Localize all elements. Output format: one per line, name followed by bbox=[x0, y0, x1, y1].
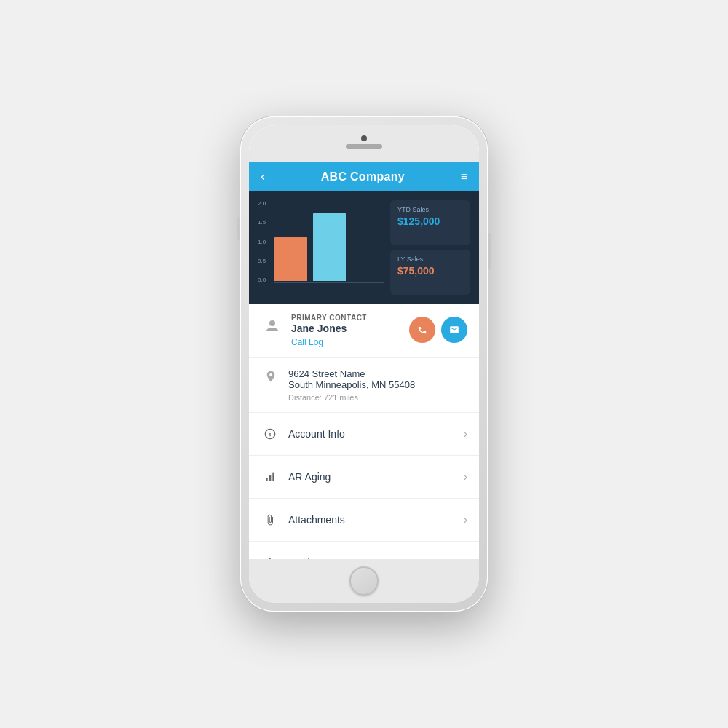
camera bbox=[361, 135, 367, 141]
attachments-label: Attachments bbox=[288, 514, 464, 526]
stats-panel: YTD Sales $125,000 LY Sales $75,000 bbox=[390, 200, 470, 295]
invoices-icon bbox=[261, 553, 280, 559]
chart-area: 2.0 1.5 1.0 0.5 0.0 bbox=[258, 200, 384, 295]
ar-aging-label: AR Aging bbox=[288, 471, 464, 483]
app-header: ‹ ABC Company ≡ bbox=[249, 162, 479, 191]
ytd-label: YTD Sales bbox=[397, 206, 463, 213]
account-info-chevron: › bbox=[464, 427, 467, 440]
page-title: ABC Company bbox=[321, 170, 405, 183]
svg-rect-5 bbox=[269, 475, 272, 481]
menu-item-ar-aging[interactable]: AR Aging › bbox=[249, 456, 479, 499]
phone-bottom-bar bbox=[249, 559, 479, 603]
home-button[interactable] bbox=[349, 566, 379, 596]
svg-rect-4 bbox=[266, 478, 268, 481]
svg-rect-6 bbox=[272, 473, 274, 481]
back-button[interactable]: ‹ bbox=[261, 169, 265, 184]
address-city: South Minneapolis, MN 55408 bbox=[288, 379, 415, 390]
ly-value: $75,000 bbox=[397, 265, 463, 277]
bar-blue bbox=[313, 213, 346, 281]
content-area: PRIMARY CONTACT Jane Jones Call Log bbox=[249, 304, 479, 559]
y-label-05: 0.5 bbox=[258, 258, 266, 264]
person-icon bbox=[261, 315, 284, 339]
ytd-sales-card: YTD Sales $125,000 bbox=[390, 200, 470, 245]
svg-point-0 bbox=[269, 320, 275, 326]
y-axis: 2.0 1.5 1.0 0.5 0.0 bbox=[258, 200, 269, 283]
phone-button[interactable] bbox=[409, 317, 435, 343]
ytd-value: $125,000 bbox=[397, 215, 463, 227]
chart-section: 2.0 1.5 1.0 0.5 0.0 YTD Sales $125,000 bbox=[249, 191, 479, 304]
contact-details: PRIMARY CONTACT Jane Jones Call Log bbox=[291, 314, 409, 347]
y-label-10: 1.0 bbox=[258, 239, 266, 245]
y-label-20: 2.0 bbox=[258, 200, 266, 207]
contact-name: Jane Jones bbox=[291, 323, 409, 334]
bar-orange bbox=[274, 237, 307, 281]
contact-section: PRIMARY CONTACT Jane Jones Call Log bbox=[249, 304, 479, 358]
phone-frame: ‹ ABC Company ≡ 2.0 1.5 1.0 0.5 0.0 bbox=[240, 116, 488, 612]
speaker bbox=[346, 144, 382, 149]
menu-item-invoices[interactable]: Invoices › bbox=[249, 542, 479, 559]
attachments-icon bbox=[261, 510, 280, 529]
address-distance: Distance: 721 miles bbox=[288, 393, 415, 402]
bars-container bbox=[274, 200, 384, 283]
account-info-label: Account Info bbox=[288, 428, 464, 440]
account-info-icon bbox=[261, 424, 280, 443]
address-street: 9624 Street Name bbox=[288, 368, 415, 379]
contact-actions bbox=[409, 317, 467, 343]
map-pin-icon bbox=[261, 368, 281, 383]
ar-aging-chevron: › bbox=[464, 470, 467, 483]
y-label-00: 0.0 bbox=[258, 277, 266, 283]
address-details: 9624 Street Name South Minneapolis, MN 5… bbox=[288, 368, 415, 402]
screen: ‹ ABC Company ≡ 2.0 1.5 1.0 0.5 0.0 bbox=[249, 162, 479, 559]
phone-inner: ‹ ABC Company ≡ 2.0 1.5 1.0 0.5 0.0 bbox=[249, 125, 479, 603]
menu-button[interactable]: ≡ bbox=[461, 170, 467, 183]
email-button[interactable] bbox=[441, 317, 467, 343]
ar-aging-icon bbox=[261, 467, 280, 486]
menu-item-account-info[interactable]: Account Info › bbox=[249, 413, 479, 456]
phone-top-bar bbox=[249, 125, 479, 162]
menu-item-attachments[interactable]: Attachments › bbox=[249, 499, 479, 542]
address-section: 9624 Street Name South Minneapolis, MN 5… bbox=[249, 358, 479, 413]
ly-label: LY Sales bbox=[397, 256, 463, 263]
contact-label: PRIMARY CONTACT bbox=[291, 314, 409, 322]
call-log-link[interactable]: Call Log bbox=[291, 337, 409, 347]
y-label-15: 1.5 bbox=[258, 219, 266, 226]
ly-sales-card: LY Sales $75,000 bbox=[390, 250, 470, 295]
attachments-chevron: › bbox=[464, 513, 467, 526]
